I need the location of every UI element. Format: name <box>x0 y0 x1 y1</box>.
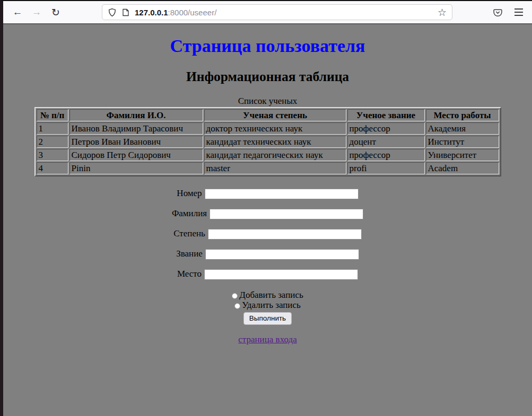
cell-workplace: Институт <box>426 136 499 148</box>
cell-rank: доцент <box>347 136 425 148</box>
page-title: Страница пользователя <box>3 36 532 56</box>
table-caption: Список ученых <box>34 96 501 107</box>
cell-degree: master <box>204 162 346 174</box>
url-path: :8000/useeer/ <box>168 8 217 17</box>
column-header: Ученая степень <box>204 109 346 121</box>
browser-window: ← → ↻ 127.0.0.1:8000/useeer/ ☆ <box>0 0 532 416</box>
cell-number: 4 <box>37 162 68 174</box>
column-header: № п/п <box>37 109 68 121</box>
cell-rank: профессор <box>347 149 425 161</box>
form-row: Степень <box>3 228 532 239</box>
cell-rank: profi <box>347 162 425 174</box>
table-header-row: № п/п Фамилия И.О. Ученая степень Ученое… <box>37 109 499 121</box>
cell-name: Сидоров Петр Сидорович <box>69 149 203 161</box>
cell-workplace: Academ <box>426 162 499 174</box>
form-row: Звание <box>3 248 532 259</box>
radio-row: Удалить запись <box>3 300 532 310</box>
number-input[interactable] <box>205 189 359 199</box>
cell-workplace: Университет <box>426 149 499 161</box>
add-record-radio[interactable] <box>232 293 238 299</box>
cell-name: Петров Иван Иванович <box>69 136 203 148</box>
rank-field-label: Звание <box>176 249 203 259</box>
page-info-icon <box>122 8 129 16</box>
radio-row: Добавить запись <box>3 290 532 300</box>
login-page-link[interactable]: страница входа <box>238 334 296 344</box>
button-row: Выполнить <box>3 312 532 325</box>
execute-button[interactable]: Выполнить <box>243 312 292 325</box>
cell-number: 3 <box>37 149 68 161</box>
url-host: 127.0.0.1 <box>135 8 168 17</box>
form-row: Место <box>3 268 532 279</box>
rank-input[interactable] <box>205 249 359 260</box>
bookmark-star-icon[interactable]: ☆ <box>435 6 449 19</box>
action-radio-group: Добавить запись Удалить запись <box>3 290 532 310</box>
pocket-icon[interactable] <box>491 5 504 19</box>
table-row: 3 Сидоров Петр Сидорович кандидат педаго… <box>37 149 499 161</box>
link-row: страница входа <box>3 334 532 345</box>
table-row: 2 Петров Иван Иванович кандидат техничес… <box>37 136 499 148</box>
place-input[interactable] <box>204 269 358 280</box>
table-row: 4 Pinin master profi Academ <box>37 162 499 174</box>
surname-input[interactable] <box>210 209 363 219</box>
menu-icon[interactable] <box>512 5 526 19</box>
column-header: Ученое звание <box>347 109 425 121</box>
degree-input[interactable] <box>208 229 362 240</box>
delete-record-radio-label: Удалить запись <box>242 300 301 310</box>
cell-name: Pinin <box>69 162 203 174</box>
add-record-radio-label: Добавить запись <box>239 290 303 300</box>
cell-degree: кандидат педагогических наук <box>204 149 346 161</box>
record-form: Номер Фамилия Степень Звание Место Добав… <box>3 188 532 325</box>
web-page: Страница пользователя Информационная таб… <box>3 36 532 345</box>
cell-workplace: Академия <box>426 122 499 135</box>
delete-record-radio[interactable] <box>234 303 240 309</box>
cell-name: Иванов Владимир Тарасович <box>69 122 203 135</box>
forward-button[interactable]: → <box>30 5 43 19</box>
place-field-label: Место <box>177 269 202 279</box>
table-row: 1 Иванов Владимир Тарасович доктор техни… <box>37 122 499 135</box>
reload-button[interactable]: ↻ <box>49 5 63 19</box>
cell-degree: кандидат технических наук <box>204 136 346 148</box>
form-row: Фамилия <box>3 208 532 219</box>
url-text: 127.0.0.1:8000/useeer/ <box>135 8 435 17</box>
cell-number: 2 <box>37 136 68 148</box>
url-bar[interactable]: 127.0.0.1:8000/useeer/ ☆ <box>102 4 452 20</box>
number-field-label: Номер <box>177 188 202 198</box>
cell-rank: профессор <box>347 122 425 135</box>
cell-degree: доктор технических наук <box>204 122 346 135</box>
cell-number: 1 <box>37 122 68 135</box>
back-button[interactable]: ← <box>11 5 24 19</box>
column-header: Место работы <box>426 109 499 121</box>
column-header: Фамилия И.О. <box>69 109 203 121</box>
scientists-table: Список ученых № п/п Фамилия И.О. Ученая … <box>34 96 501 176</box>
surname-field-label: Фамилия <box>172 208 207 218</box>
shield-icon[interactable] <box>108 8 117 17</box>
degree-field-label: Степень <box>173 228 205 238</box>
page-subtitle: Информационная таблица <box>3 69 532 85</box>
browser-toolbar: ← → ↻ 127.0.0.1:8000/useeer/ ☆ <box>3 1 532 24</box>
form-row: Номер <box>3 188 532 199</box>
